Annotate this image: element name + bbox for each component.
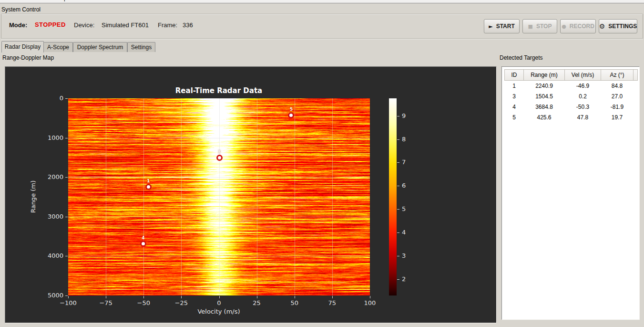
x-tick-label: −100 (54, 299, 82, 306)
targets-table-row[interactable]: 31504.50.227.0 (505, 91, 638, 102)
y-tick-mark (65, 256, 68, 256)
y-tick-mark (65, 98, 68, 99)
targets-table-cell: 2240.9 (524, 81, 565, 92)
button-label: STOP (536, 23, 552, 30)
mode-label: Mode: (9, 21, 27, 29)
targets-column-header[interactable]: Az (°) (601, 70, 634, 81)
y-tick-mark (65, 295, 68, 296)
y-axis-label: Range (m) (30, 180, 37, 213)
frame-label: Frame: (158, 21, 177, 29)
targets-column-header[interactable]: Range (m) (524, 70, 565, 81)
colorbar-tick-mark (397, 209, 399, 210)
x-tick-mark (106, 296, 106, 298)
targets-table-cell-stub (634, 112, 638, 123)
targets-table-row[interactable]: 43684.8-50.3-81.9 (505, 102, 638, 112)
colorbar-tick-mark (397, 162, 399, 163)
targets-header-row: IDRange (m)Vel (m/s)Az (°) (505, 70, 638, 81)
y-tick-label: 4000 (5, 252, 63, 259)
targets-table-cell: -81.9 (601, 102, 634, 112)
y-tick-mark (65, 138, 68, 138)
x-tick-mark (143, 296, 144, 298)
colorbar-tick-mark (397, 186, 399, 186)
record-button[interactable]: ●RECORD (560, 19, 596, 33)
colorbar-tick-mark (397, 256, 399, 256)
x-tick-mark (181, 296, 182, 298)
target-marker-label: 5 (290, 107, 293, 112)
button-label: RECORD (570, 23, 594, 30)
y-tick-label: 2000 (5, 173, 63, 180)
x-tick-label: 100 (356, 299, 384, 306)
detected-targets-group-label: Detected Targets (500, 54, 543, 61)
tab-doppler-spectrum[interactable]: Doppler Spectrum (73, 42, 127, 52)
system-control-group: Mode: STOPPED Device: Simulated FT601 Fr… (1, 14, 643, 39)
colorbar-tick-label: 5 (402, 205, 406, 212)
targets-table-cell: 4 (505, 102, 524, 112)
colorbar-tick-label: 6 (402, 182, 406, 189)
targets-table-cell: -46.9 (565, 81, 601, 92)
plot-title: Real-Time Radar Data (175, 86, 262, 95)
colorbar-tick-mark (397, 139, 399, 140)
x-axis-label: Velocity (m/s) (197, 308, 240, 315)
device-value: Simulated FT601 (102, 21, 149, 29)
frame-counter-value: 336 (183, 21, 193, 29)
y-tick-label: 1000 (5, 134, 63, 141)
x-tick-mark (68, 296, 69, 298)
target-marker (216, 155, 223, 161)
target-marker-label: 4 (142, 235, 144, 240)
button-label: SETTINGS (608, 23, 637, 30)
targets-table-cell: 5 (505, 112, 524, 123)
start-button[interactable]: ►START (484, 19, 520, 33)
tab-settings[interactable]: Settings (127, 42, 155, 52)
range-doppler-plot-panel: Real-Time Radar Data Range (m) Velocity … (5, 66, 497, 323)
targets-column-header[interactable]: Vel (m/s) (565, 70, 601, 81)
detected-targets-table: IDRange (m)Vel (m/s)Az (°)12240.9-46.984… (504, 69, 638, 123)
colorbar-tick-label: 3 (402, 252, 406, 259)
x-tick-mark (332, 296, 333, 298)
stop-button[interactable]: ■STOP (522, 19, 557, 33)
targets-column-header[interactable]: ID (505, 70, 524, 81)
target-marker (288, 112, 294, 118)
targets-table-row[interactable]: 5425.647.819.7 (505, 112, 638, 123)
button-label: START (496, 23, 515, 30)
y-tick-mark (65, 217, 68, 217)
main-tab-strip: Radar DisplayA-ScopeDoppler SpectrumSett… (1, 41, 640, 52)
menu-item-view[interactable]: View (17, 0, 30, 1)
colorbar-tick-label: 4 (402, 229, 406, 236)
colorbar-tick-mark (397, 232, 399, 233)
targets-table-cell: -50.3 (565, 102, 601, 112)
mode-status-value: STOPPED (35, 21, 66, 28)
targets-table-cell: 19.7 (601, 112, 634, 123)
x-tick-label: 25 (243, 299, 271, 306)
gear-icon: ⚙ (599, 23, 605, 30)
targets-table-cell: 1 (505, 81, 524, 92)
device-label: Device: (74, 21, 94, 29)
x-tick-label: 0 (205, 299, 234, 306)
menu-item-file[interactable]: File (3, 0, 12, 1)
targets-column-header-stub (634, 70, 638, 81)
menu-bar: FileViewToolsHelp (0, 0, 644, 3)
targets-table-cell: 3684.8 (524, 102, 565, 112)
x-tick-mark (370, 296, 370, 298)
colorbar-tick-label: 2 (402, 275, 406, 283)
settings-button[interactable]: ⚙SETTINGS (599, 19, 637, 33)
target-marker (140, 241, 146, 247)
tab-a-scope[interactable]: A-Scope (43, 42, 73, 52)
target-marker (145, 184, 152, 190)
menu-item-help[interactable]: Help (55, 0, 67, 1)
menu-item-tools[interactable]: Tools (35, 0, 49, 1)
colorbar-tick-label: 8 (402, 136, 406, 143)
system-control-group-label: System Control (1, 6, 41, 13)
x-tick-label: −75 (92, 299, 120, 306)
y-tick-mark (65, 177, 68, 178)
colorbar-tick-mark (397, 279, 399, 280)
targets-table-cell: 47.8 (565, 112, 601, 123)
tab-radar-display[interactable]: Radar Display (1, 41, 44, 53)
targets-table-cell: 84.8 (601, 81, 634, 92)
targets-table-row[interactable]: 12240.9-46.984.8 (505, 81, 638, 92)
play-icon: ► (489, 24, 492, 29)
detected-targets-panel: IDRange (m)Vel (m/s)Az (°)12240.9-46.984… (501, 66, 640, 320)
colorbar-tick-mark (397, 116, 399, 116)
targets-table-cell: 3 (505, 91, 524, 102)
targets-table-cell: 1504.5 (524, 91, 565, 102)
radar-app-window: { "menu": { "items": ["File", "View", "T… (0, 0, 644, 327)
